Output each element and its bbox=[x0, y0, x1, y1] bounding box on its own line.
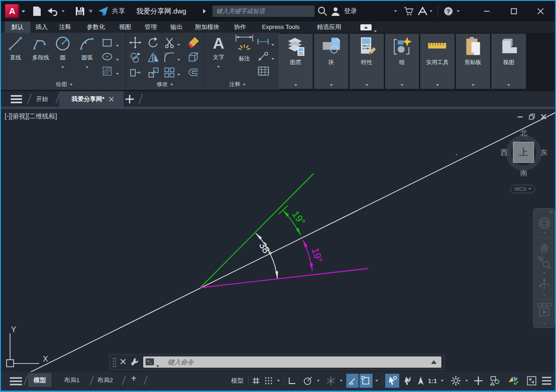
viewport-close-icon[interactable] bbox=[541, 114, 547, 120]
search-input[interactable]: 键入关键字或短语 bbox=[212, 6, 315, 17]
app-menu-button[interactable]: A bbox=[5, 1, 19, 22]
tool-move[interactable] bbox=[129, 36, 141, 51]
share-button[interactable]: 共享 bbox=[98, 1, 125, 22]
osnap-toggle[interactable] bbox=[385, 374, 399, 388]
app-menu-caret[interactable] bbox=[22, 1, 25, 22]
file-tab-start[interactable]: 开始 bbox=[36, 91, 48, 107]
isodraft-toggle[interactable] bbox=[325, 374, 337, 388]
tool-box[interactable] bbox=[187, 51, 199, 65]
minimize-button[interactable] bbox=[483, 1, 490, 22]
autodesk-button[interactable] bbox=[417, 1, 428, 22]
ribbon-tab-default[interactable]: 默认 bbox=[5, 22, 30, 33]
dim-19-green[interactable]: 19° bbox=[279, 206, 308, 235]
search-expand-caret[interactable] bbox=[203, 1, 206, 22]
viewport-restore-icon[interactable] bbox=[529, 114, 535, 120]
tool-stretch[interactable] bbox=[129, 66, 141, 80]
navbar-pan[interactable] bbox=[534, 240, 555, 254]
tool-erase[interactable] bbox=[187, 36, 199, 51]
scale-caret[interactable] bbox=[439, 374, 446, 388]
close-button[interactable] bbox=[537, 1, 544, 22]
settings-button[interactable] bbox=[449, 374, 462, 388]
ucs-icon[interactable]: Y X bbox=[7, 326, 48, 367]
dim-38[interactable]: 38° bbox=[256, 233, 278, 279]
viewport-label[interactable]: [-][俯视][二维线框] bbox=[5, 112, 57, 121]
tool-line[interactable]: 直线 bbox=[3, 36, 28, 62]
panel-clipboard[interactable]: 剪贴板 bbox=[456, 34, 490, 89]
tool-scale[interactable] bbox=[147, 66, 160, 80]
viewcube-west[interactable]: 西 bbox=[498, 148, 510, 157]
panel-groups[interactable]: 组 bbox=[385, 34, 419, 89]
layout1-tab[interactable]: 布局1 bbox=[64, 373, 80, 387]
modify-panel-footer[interactable]: 修改 bbox=[146, 80, 183, 88]
tool-fillet[interactable] bbox=[163, 51, 176, 65]
panel-block[interactable]: 块 bbox=[314, 34, 348, 89]
navbar-steering-wheel[interactable] bbox=[534, 216, 555, 230]
save-button[interactable] bbox=[75, 1, 85, 22]
dynamic-input-toggle[interactable] bbox=[346, 374, 358, 388]
sign-in-button[interactable]: 登录 bbox=[330, 1, 357, 22]
navbar-zoom-caret[interactable] bbox=[534, 272, 555, 274]
maximize-button[interactable] bbox=[510, 1, 518, 22]
ribbon-tab-output[interactable]: 输出 bbox=[168, 22, 185, 33]
tool-leader[interactable] bbox=[257, 51, 270, 64]
ribbon-tab-addins[interactable]: 附加模块 bbox=[192, 22, 223, 33]
plus-button[interactable] bbox=[472, 374, 485, 388]
panel-layers[interactable]: 图层 bbox=[278, 34, 313, 89]
tool-dimension[interactable]: 标注 bbox=[232, 34, 256, 63]
tool-rectangle[interactable] bbox=[100, 37, 114, 49]
viewcube-south[interactable]: 南 bbox=[518, 169, 529, 178]
tool-ellipse[interactable] bbox=[100, 51, 114, 63]
viewport-minimize-icon[interactable] bbox=[517, 114, 523, 120]
polar-toggle[interactable] bbox=[302, 374, 314, 388]
annotate-panel-footer[interactable]: 注释 bbox=[219, 80, 256, 88]
panel-views[interactable]: 视图 bbox=[491, 34, 526, 89]
osnap-3d-toggle[interactable] bbox=[415, 374, 426, 388]
ribbon-tab-parametric[interactable]: 参数化 bbox=[84, 22, 108, 33]
save-caret[interactable] bbox=[88, 1, 93, 22]
grid-toggle[interactable] bbox=[250, 374, 262, 388]
ortho-toggle[interactable] bbox=[286, 374, 298, 388]
statusbar-menu-button[interactable] bbox=[9, 377, 22, 388]
dim-19-magenta[interactable]: 19° bbox=[303, 240, 325, 271]
command-prompt-caret[interactable] bbox=[156, 361, 159, 369]
ribbon-collapse-button[interactable] bbox=[360, 24, 372, 30]
snap-toggle[interactable] bbox=[263, 374, 274, 388]
dim-linear-caret[interactable] bbox=[271, 39, 274, 48]
ribbon-tab-express-tools[interactable]: Express Tools bbox=[256, 22, 305, 33]
annotation-scale[interactable]: 1:1 bbox=[426, 374, 439, 388]
command-customize-button[interactable] bbox=[130, 357, 139, 369]
ribbon-tab-manage[interactable]: 管理 bbox=[142, 22, 160, 33]
isolate-button[interactable] bbox=[489, 374, 502, 388]
leader-caret[interactable] bbox=[271, 53, 274, 62]
tool-dim-linear[interactable] bbox=[256, 37, 270, 48]
draw-panel-footer[interactable]: 绘图 bbox=[44, 80, 84, 88]
command-history-caret[interactable] bbox=[431, 360, 437, 364]
command-palette-grip[interactable] bbox=[112, 357, 117, 368]
model-tab[interactable]: 模型 bbox=[28, 373, 51, 387]
tool-copy[interactable] bbox=[129, 51, 141, 65]
help-caret[interactable] bbox=[457, 1, 460, 22]
file-tab-close-button[interactable] bbox=[109, 95, 114, 104]
drawing-canvas[interactable]: 38° 19° 19° Y bbox=[1, 109, 555, 372]
new-layout-button[interactable]: + bbox=[131, 372, 137, 385]
tool-table[interactable] bbox=[257, 65, 270, 79]
viewcube-top-face[interactable]: 上 bbox=[513, 142, 534, 163]
osnap-tracking-toggle[interactable] bbox=[401, 374, 414, 388]
undo-button[interactable] bbox=[48, 1, 59, 22]
rectangle-caret[interactable] bbox=[116, 40, 119, 49]
layout2-tab[interactable]: 布局2 bbox=[97, 373, 113, 387]
fillet-caret[interactable] bbox=[177, 54, 180, 63]
snap-caret[interactable] bbox=[275, 374, 282, 388]
new-file-button[interactable] bbox=[32, 1, 42, 22]
ribbon-tab-insert[interactable]: 插入 bbox=[33, 22, 50, 33]
tool-arc[interactable]: 圆弧 bbox=[75, 36, 99, 70]
panel-utilities[interactable]: 实用工具 bbox=[420, 34, 454, 89]
navbar-more-caret[interactable] bbox=[534, 323, 555, 325]
navbar-wheel-caret[interactable] bbox=[534, 232, 555, 234]
new-tab-button[interactable] bbox=[124, 94, 135, 106]
tool-hatch[interactable] bbox=[100, 65, 114, 78]
tool-polyline[interactable]: 多段线 bbox=[28, 36, 53, 62]
settings-caret[interactable] bbox=[463, 374, 470, 388]
trim-caret[interactable] bbox=[177, 39, 180, 48]
navbar-close-icon[interactable]: ✕ bbox=[549, 209, 553, 214]
